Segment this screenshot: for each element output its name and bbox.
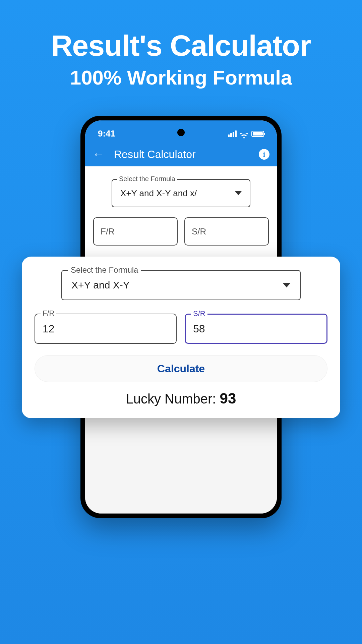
card-sr-value: 58: [193, 323, 205, 335]
chevron-down-icon: [283, 283, 291, 287]
card-sr-input[interactable]: S/R 58: [185, 314, 327, 344]
card-fr-input[interactable]: F/R 12: [35, 314, 177, 344]
phone-content: Select the Formula X+Y and X-Y and x/ F/…: [85, 166, 277, 255]
sr-input[interactable]: S/R: [184, 217, 269, 246]
camera-dot: [177, 129, 185, 136]
signal-icon: [228, 130, 237, 137]
hero-title: Result's Calculator: [0, 29, 362, 63]
card-fr-label: F/R: [41, 309, 56, 318]
hero-subtitle: 100% Working Formula: [0, 66, 362, 89]
result-card: Select the Formula X+Y and X-Y F/R 12 S/…: [22, 257, 340, 418]
input-row: F/R S/R: [93, 217, 269, 246]
info-icon[interactable]: i: [259, 149, 269, 160]
battery-icon: [251, 131, 264, 137]
status-icons: [228, 130, 264, 137]
formula-dropdown[interactable]: Select the Formula X+Y and X-Y and x/: [112, 179, 250, 207]
card-fr-value: 12: [43, 323, 55, 335]
card-formula-dropdown[interactable]: Select the Formula X+Y and X-Y: [61, 270, 301, 300]
status-time: 9:41: [98, 128, 115, 139]
fr-input[interactable]: F/R: [93, 217, 178, 246]
lucky-value: 93: [220, 390, 236, 407]
lucky-number-row: Lucky Number: 93: [35, 390, 327, 407]
calculate-button[interactable]: Calculate: [35, 355, 327, 382]
formula-legend: Select the Formula: [117, 175, 177, 183]
card-formula-legend: Select the Formula: [68, 265, 141, 275]
app-header: ← Result Calculator i: [85, 142, 277, 166]
card-sr-label: S/R: [191, 309, 207, 318]
card-formula-value: X+Y and X-Y: [71, 279, 283, 291]
lucky-label: Lucky Number:: [126, 391, 220, 406]
card-input-row: F/R 12 S/R 58: [35, 314, 327, 344]
wifi-icon: [240, 131, 248, 137]
back-arrow-icon[interactable]: ←: [93, 147, 105, 161]
app-header-title: Result Calculator: [114, 148, 249, 161]
formula-selected-value: X+Y and X-Y and x/: [120, 188, 235, 199]
chevron-down-icon: [235, 191, 242, 195]
